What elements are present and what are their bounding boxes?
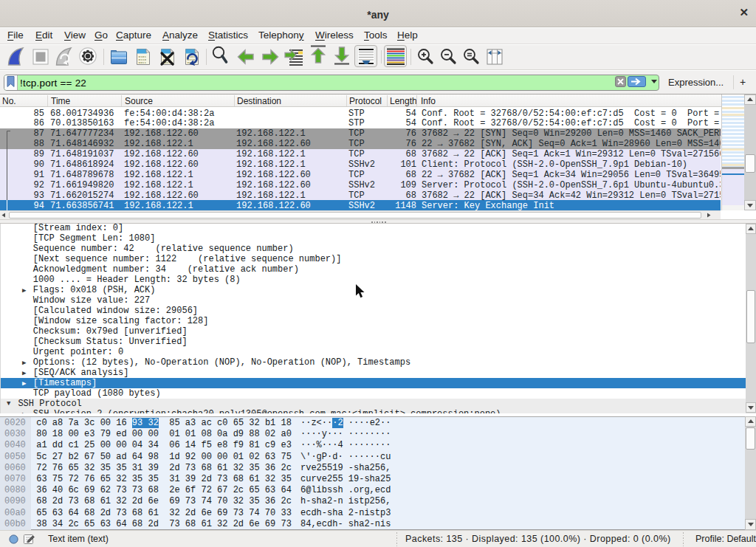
svg-text:0011: 0011: [139, 61, 147, 64]
